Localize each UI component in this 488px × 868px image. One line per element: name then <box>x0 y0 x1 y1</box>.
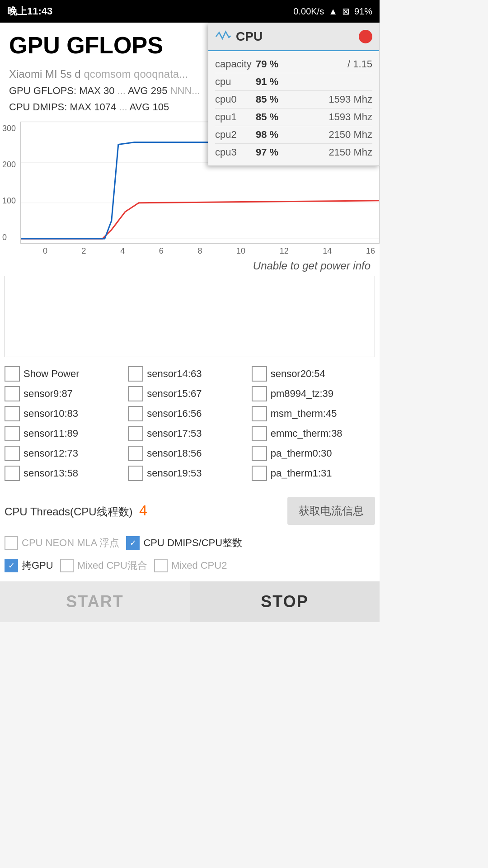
sensor-row-1: Show Power sensor14:63 sensor20:54 <box>5 366 375 382</box>
cpu-row-cpu2: cpu2 98 % 2150 Mhz <box>215 126 372 144</box>
sensor-col-3-3: msm_therm:45 <box>252 406 375 421</box>
sensor-row-2: sensor9:87 sensor15:67 pm8994_tz:39 <box>5 386 375 401</box>
checkbox-sensor18[interactable] <box>128 446 143 461</box>
options-row-2: 拷GPU Mixed CPU混合 Mixed CPU2 <box>0 554 380 577</box>
cpu-threads-left: CPU Threads(CPU线程数) 4 <box>5 502 147 519</box>
label-pa-therm0: pa_therm0:30 <box>271 448 332 459</box>
checkbox-sensor10[interactable] <box>5 406 20 421</box>
checkbox-msm-therm[interactable] <box>252 406 267 421</box>
sensor-col-5-3: pa_therm0:30 <box>252 446 375 461</box>
bottom-buttons: START STOP <box>0 581 380 622</box>
sensor-col-2-3: pm8994_tz:39 <box>252 386 375 401</box>
sensor-col-1-3: sensor20:54 <box>252 366 375 382</box>
get-info-button[interactable]: 获取电流信息 <box>287 497 375 525</box>
status-time: 晚上11:43 <box>7 5 52 18</box>
label-show-power: Show Power <box>23 368 80 380</box>
cpu-row-cpu: cpu 91 % <box>215 73 372 91</box>
option-cpu-neon: CPU NEON MLA 浮点 <box>5 536 119 550</box>
checkbox-sensor17[interactable] <box>128 426 143 441</box>
sensor-col-3-2: sensor16:56 <box>128 406 251 421</box>
label-emmc-therm: emmc_therm:38 <box>271 428 343 439</box>
cpu-extra-cpu0: 1593 Mhz <box>292 94 372 105</box>
cpu-row-cpu3: cpu3 97 % 2150 Mhz <box>215 144 372 161</box>
cpu-threads-value: 4 <box>139 502 147 519</box>
cpu-monitor-icon <box>215 28 231 45</box>
cpu-overlay-panel: CPU capacity 79 % / 1.15 cpu 91 % cpu0 8… <box>208 23 380 166</box>
cpu-value-cpu3: 97 % <box>256 146 292 158</box>
checkbox-mixed-cpu[interactable] <box>60 559 74 572</box>
checkbox-sensor14[interactable] <box>128 366 143 382</box>
sensor-col-6-1: sensor13:58 <box>5 466 128 481</box>
cpu-panel-title: CPU <box>236 29 354 44</box>
option-cpu-dmips: CPU DMIPS/CPU整数 <box>126 536 242 550</box>
checkbox-mixed-cpu2[interactable] <box>154 559 168 572</box>
cpu-row-cpu0: cpu0 85 % 1593 Mhz <box>215 91 372 108</box>
cpu-label-cpu: cpu <box>215 76 256 88</box>
sensor-row-4: sensor11:89 sensor17:53 emmc_therm:38 <box>5 426 375 441</box>
signal-icon: ⊠ <box>342 6 350 17</box>
checkbox-sensor9[interactable] <box>5 386 20 401</box>
sensor-col-1-1: Show Power <box>5 366 128 382</box>
power-info: Unable to get power info <box>0 256 380 276</box>
option-mixed-cpu: Mixed CPU混合 <box>60 559 147 572</box>
cpu-value-cpu0: 85 % <box>256 94 292 105</box>
label-msm-therm: msm_therm:45 <box>271 408 337 420</box>
cpu-label-cpu2: cpu2 <box>215 129 256 141</box>
checkbox-pa-therm1[interactable] <box>252 466 267 481</box>
label-cpu-neon: CPU NEON MLA 浮点 <box>22 536 119 550</box>
sensors-section: Show Power sensor14:63 sensor20:54 senso… <box>0 357 380 490</box>
sensor-row-6: sensor13:58 sensor19:53 pa_therm1:31 <box>5 466 375 481</box>
wifi-icon: ▲ <box>328 6 338 17</box>
label-cpu-dmips: CPU DMIPS/CPU整数 <box>143 536 242 550</box>
checkbox-sensor16[interactable] <box>128 406 143 421</box>
checkbox-sensor20[interactable] <box>252 366 267 382</box>
checkbox-sensor12[interactable] <box>5 446 20 461</box>
status-right: 0.00K/s ▲ ⊠ 91% <box>293 6 372 17</box>
label-pa-therm1: pa_therm1:31 <box>271 467 332 479</box>
checkbox-cpu-neon[interactable] <box>5 536 18 550</box>
checkbox-show-power[interactable] <box>5 366 20 382</box>
cpu-extra-cpu2: 2150 Mhz <box>292 129 372 141</box>
checkbox-gpu[interactable] <box>5 559 18 572</box>
cpu-label-cpu1: cpu1 <box>215 111 256 123</box>
sensor-col-4-2: sensor17:53 <box>128 426 251 441</box>
cpu-extra-cpu3: 2150 Mhz <box>292 146 372 158</box>
label-mixed-cpu: Mixed CPU混合 <box>77 559 147 572</box>
label-sensor15: sensor15:67 <box>147 388 202 400</box>
checkbox-pa-therm0[interactable] <box>252 446 267 461</box>
y-axis-labels: 300 200 100 0 <box>0 122 20 256</box>
option-gpu: 拷GPU <box>5 559 53 572</box>
options-row-1: CPU NEON MLA 浮点 CPU DMIPS/CPU整数 <box>0 532 380 554</box>
label-sensor16: sensor16:56 <box>147 408 202 420</box>
checkbox-sensor19[interactable] <box>128 466 143 481</box>
label-pm8994: pm8994_tz:39 <box>271 388 333 400</box>
label-sensor20: sensor20:54 <box>271 368 325 380</box>
cpu-value-cpu1: 85 % <box>256 111 292 123</box>
empty-chart <box>5 276 375 357</box>
checkbox-cpu-dmips[interactable] <box>126 536 140 550</box>
checkbox-pm8994[interactable] <box>252 386 267 401</box>
start-button[interactable]: START <box>0 581 190 622</box>
label-sensor11: sensor11:89 <box>23 428 78 439</box>
sensor-col-1-2: sensor14:63 <box>128 366 251 382</box>
checkbox-sensor13[interactable] <box>5 466 20 481</box>
cpu-record-button[interactable] <box>359 30 372 43</box>
sensor-col-2-1: sensor9:87 <box>5 386 128 401</box>
label-sensor18: sensor18:56 <box>147 448 202 459</box>
sensor-col-6-3: pa_therm1:31 <box>252 466 375 481</box>
cpu-panel-header: CPU <box>208 23 379 51</box>
cpu-threads-label: CPU Threads(CPU线程数) <box>5 505 133 518</box>
sensor-col-6-2: sensor19:53 <box>128 466 251 481</box>
checkbox-emmc-therm[interactable] <box>252 426 267 441</box>
cpu-threads-row: CPU Threads(CPU线程数) 4 获取电流信息 <box>0 490 380 532</box>
stop-button[interactable]: STOP <box>190 581 380 622</box>
label-sensor14: sensor14:63 <box>147 368 202 380</box>
cpu-value-cpu2: 98 % <box>256 129 292 141</box>
option-mixed-cpu2: Mixed CPU2 <box>154 559 227 572</box>
cpu-row-capacity: capacity 79 % / 1.15 <box>215 56 372 73</box>
cpu-data-table: capacity 79 % / 1.15 cpu 91 % cpu0 85 % … <box>208 51 379 165</box>
checkbox-sensor11[interactable] <box>5 426 20 441</box>
checkbox-sensor15[interactable] <box>128 386 143 401</box>
cpu-value-capacity: 79 % <box>256 58 292 70</box>
cpu-label-capacity: capacity <box>215 58 256 70</box>
